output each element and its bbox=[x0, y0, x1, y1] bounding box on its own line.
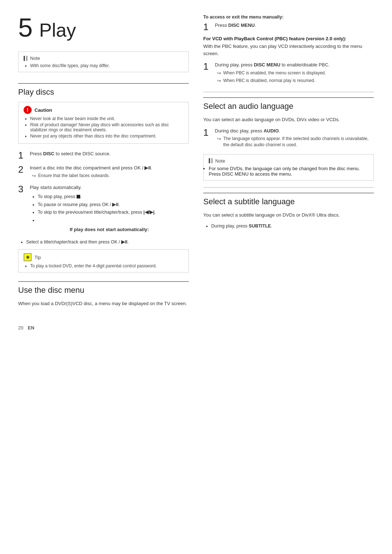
pbc-step-1-number: 1 bbox=[203, 61, 211, 72]
note-list-top: With some disc/file types, play may diff… bbox=[24, 63, 183, 68]
if-auto-label: If play does not start automatically: bbox=[30, 226, 189, 233]
note-icon-bar1 bbox=[24, 56, 25, 61]
to-access-label: To access or exit the menu manually: bbox=[203, 15, 374, 20]
pbc-sub-1-text: When PBC is enabled, the menu screen is … bbox=[223, 70, 326, 77]
chapter-title: Play bbox=[39, 21, 76, 40]
pbc-body: With the PBC feature, you can play VCD i… bbox=[203, 43, 374, 58]
subtitle-bullets: During play, press SUBTITLE. bbox=[203, 223, 374, 230]
stop-symbol bbox=[77, 195, 80, 198]
for-vcd-heading: For VCD with PlayBack Control (PBC) feat… bbox=[203, 36, 374, 41]
subtitle-bold: SUBTITLE bbox=[249, 223, 271, 229]
pbc-sub-2-text: When PBC is disabled, normal play is res… bbox=[223, 78, 315, 84]
step-2: 2 Insert a disc into the disc compartmen… bbox=[18, 164, 189, 181]
caution-label: Caution bbox=[34, 107, 52, 113]
note-icon-audio-bar2 bbox=[212, 158, 212, 163]
step-2-sub-text: Ensure that the label faces outwards. bbox=[38, 173, 110, 179]
note-list-audio: For some DVDs, the language can only be … bbox=[209, 166, 368, 177]
hr-2 bbox=[203, 187, 374, 188]
right-step-1-content: Press DISC MENU. bbox=[215, 22, 374, 29]
pbc-arrow-1: ↪ bbox=[217, 70, 221, 77]
pbc-step-1-bold: DISC MENU bbox=[254, 62, 280, 67]
caution-box: ! Caution Never look at the laser beam i… bbox=[18, 102, 189, 144]
tip-header: ✳ Tip bbox=[24, 253, 183, 261]
step-3-bullet-2: To pause or resume play, press OK / ▶II. bbox=[38, 201, 189, 208]
step-3-bold-playpause: ▶II bbox=[112, 202, 118, 207]
tip-label: Tip bbox=[34, 255, 41, 260]
step-3-bullet-4 bbox=[38, 217, 189, 224]
pbc-step-1: 1 During play, press DISC MENU to enable… bbox=[203, 61, 374, 85]
step-2-number: 2 bbox=[18, 164, 26, 175]
note-icon-audio bbox=[209, 158, 212, 163]
caution-item-2: Risk of product damage! Never play discs… bbox=[30, 122, 183, 132]
note-header: Note bbox=[24, 56, 183, 61]
audio-step-1-sub: ↪ The language options appear. If the se… bbox=[215, 136, 374, 148]
note-label-top: Note bbox=[30, 56, 40, 61]
page-number: 20 bbox=[18, 325, 23, 331]
note-icon-audio-bar1 bbox=[209, 158, 210, 163]
note-icon bbox=[24, 56, 27, 61]
note-icon-bar2 bbox=[26, 56, 27, 61]
note-box-audio: Note For some DVDs, the language can onl… bbox=[203, 154, 374, 181]
chapter-number: 5 bbox=[18, 15, 33, 41]
tip-list: To play a locked DVD, enter the 4-digit … bbox=[24, 263, 183, 268]
step-2-sub-1: ↪ Ensure that the label faces outwards. bbox=[32, 173, 189, 179]
arrow-icon-1: ↪ bbox=[32, 173, 36, 179]
select-audio-heading: Select an audio language bbox=[203, 97, 374, 111]
audio-step-1: 1 During disc play, press AUDIO. ↪ The l… bbox=[203, 127, 374, 149]
step-2-bold-ok: ▶II bbox=[144, 165, 151, 171]
right-column: To access or exit the menu manually: 1 P… bbox=[203, 15, 374, 311]
use-disc-menu-body: When you load a DVD/(S)VCD disc, a menu … bbox=[18, 300, 189, 308]
select-audio-body: You can select an audio language on DVDs… bbox=[203, 116, 374, 124]
chapter-heading: 5 Play bbox=[18, 15, 189, 41]
step-3-bullets: To stop play, press . To pause or resume… bbox=[30, 193, 189, 224]
audio-sub-1-text: The language options appear. If the sele… bbox=[223, 136, 374, 148]
hr-1 bbox=[203, 92, 374, 92]
caution-item-1: Never look at the laser beam inside the … bbox=[30, 116, 183, 121]
audio-step-1-number: 1 bbox=[203, 127, 211, 138]
tip-box: ✳ Tip To play a locked DVD, enter the 4-… bbox=[18, 249, 189, 272]
step-2-content: Insert a disc into the disc compartment … bbox=[30, 164, 189, 181]
pbc-step-1-content: During play, press DISC MENU to enable/d… bbox=[215, 61, 374, 85]
subtitle-bullet-1: During play, press SUBTITLE. bbox=[211, 223, 374, 230]
step-3-content: Play starts automatically. To stop play,… bbox=[30, 184, 189, 235]
step-3-bullet-3: To skip to the previous/next title/chapt… bbox=[38, 209, 189, 216]
page-footer: 20 EN bbox=[18, 311, 374, 331]
use-disc-menu-heading: Use the disc menu bbox=[18, 281, 189, 295]
caution-item-3: Never put any objects other than discs i… bbox=[30, 134, 183, 139]
lang-label: EN bbox=[28, 325, 34, 331]
tip-icon: ✳ bbox=[24, 253, 32, 261]
step-1-bold-disc: DISC bbox=[43, 151, 54, 156]
pbc-arrow-2: ↪ bbox=[217, 78, 221, 84]
tip-item-1: To play a locked DVD, enter the 4-digit … bbox=[30, 263, 183, 268]
step-3-bullet-1: To stop play, press . bbox=[38, 193, 189, 200]
note-box-top: Note With some disc/file types, play may… bbox=[18, 52, 189, 72]
step-2-sub: ↪ Ensure that the label faces outwards. bbox=[30, 173, 189, 179]
steps-list: 1 Press DISC to select the DISC source. … bbox=[18, 150, 189, 235]
caution-header: ! Caution bbox=[24, 106, 183, 114]
if-auto-list: Select a title/chapter/track and then pr… bbox=[18, 239, 189, 246]
note-audio-item-1: For some DVDs, the language can only be … bbox=[209, 166, 368, 177]
note-header-audio: Note bbox=[209, 158, 368, 164]
step-1-content: Press DISC to select the DISC source. bbox=[30, 150, 189, 157]
step-1-number: 1 bbox=[18, 150, 26, 161]
audio-step-1-content: During disc play, press AUDIO. ↪ The lan… bbox=[215, 127, 374, 149]
step-3-number: 3 bbox=[18, 184, 26, 194]
select-subtitle-heading: Select a subtitle language bbox=[203, 193, 374, 206]
pbc-step-1-sub: ↪ When PBC is enabled, the menu screen i… bbox=[215, 70, 374, 84]
right-step-1: 1 Press DISC MENU. bbox=[203, 22, 374, 32]
play-discs-heading: Play discs bbox=[18, 83, 189, 97]
pbc-sub-1: ↪ When PBC is enabled, the menu screen i… bbox=[217, 70, 374, 77]
if-auto-bold: ▶II bbox=[121, 239, 127, 245]
if-auto-item: Select a title/chapter/track and then pr… bbox=[26, 239, 189, 246]
pbc-sub-2: ↪ When PBC is disabled, normal play is r… bbox=[217, 78, 374, 84]
note-label-audio: Note bbox=[215, 158, 225, 164]
step-1: 1 Press DISC to select the DISC source. bbox=[18, 150, 189, 161]
select-subtitle-body: You can select a subtitle language on DV… bbox=[203, 212, 374, 219]
caution-list: Never look at the laser beam inside the … bbox=[24, 116, 183, 139]
note-item-1: With some disc/file types, play may diff… bbox=[30, 63, 183, 68]
step-3-bold-skip: |◀/▶| bbox=[143, 210, 154, 215]
caution-icon: ! bbox=[24, 106, 32, 114]
audio-arrow-1: ↪ bbox=[217, 136, 221, 148]
audio-sub-1: ↪ The language options appear. If the se… bbox=[217, 136, 374, 148]
right-step-1-number: 1 bbox=[203, 22, 211, 32]
